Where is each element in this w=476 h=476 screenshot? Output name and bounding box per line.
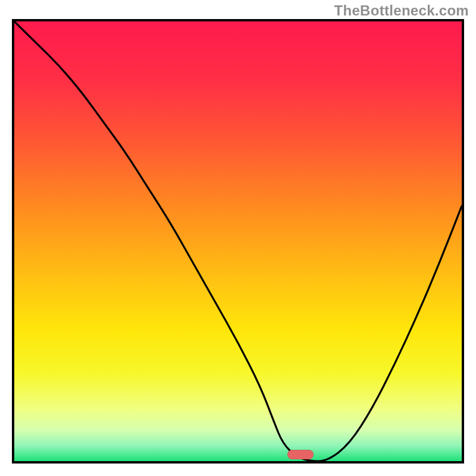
chart-container: TheBottleneck.com [0,0,476,476]
chart-panel [12,19,464,464]
chart-curve-layer [14,21,462,461]
bottleneck-curve [14,21,462,461]
watermark-text: TheBottleneck.com [334,2,469,19]
optimal-point-marker [287,450,314,459]
